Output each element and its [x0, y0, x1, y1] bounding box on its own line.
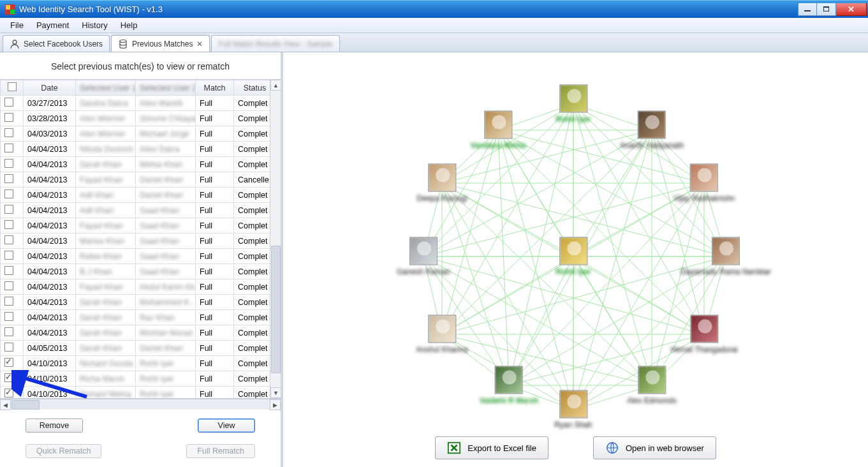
minimize-button[interactable] — [798, 3, 817, 16]
table-row[interactable]: 04/04/2013Rafee KhanSaad KhanFullComplet — [1, 249, 270, 264]
row-checkbox[interactable] — [4, 389, 13, 397]
col-status[interactable]: Status — [234, 80, 270, 96]
graph-node[interactable]: Vijay Radhakrishn — [673, 164, 735, 203]
row-checkbox[interactable] — [4, 297, 13, 306]
table-row[interactable]: 03/27/2013Sandra DalcaAlexi MarelliFullC… — [1, 96, 270, 111]
view-button[interactable]: View — [198, 419, 255, 433]
table-row[interactable]: 04/04/2013Fayad KhanSaad KhanFullComplet — [1, 218, 270, 234]
cell-user2: Saad Khan — [136, 264, 196, 279]
col-user2[interactable]: Selected User 2 — [136, 80, 196, 96]
table-row[interactable]: 04/04/2013Fayad KhanAbdul Karim Ab.FullC… — [1, 279, 270, 295]
row-checkbox[interactable] — [4, 281, 13, 290]
row-checkbox[interactable] — [4, 327, 13, 336]
table-row[interactable]: 04/04/2013Sarah KhanMohammed K..FullComp… — [1, 295, 270, 310]
scroll-right-icon[interactable]: ▶ — [270, 399, 281, 410]
table-row[interactable]: 03/28/2013Alex WiernerSimone ChitayatFul… — [1, 111, 270, 126]
graph-node[interactable]: Anshul Khanna — [416, 315, 467, 354]
graph-node[interactable]: Deepa Rastogi — [416, 164, 467, 203]
col-match[interactable]: Match — [196, 80, 234, 96]
table-row[interactable]: 04/10/2013Richa MarshRohit IyerFullCompl… — [1, 371, 270, 387]
open-browser-button[interactable]: Open in web browser — [593, 436, 716, 459]
cell-user1: Sarah Khan — [76, 341, 136, 356]
table-row[interactable]: 04/04/2013Nikola DostrichAlexi DalcaFull… — [1, 142, 270, 157]
tab-select-facebook-users[interactable]: Select Facebook Users — [3, 35, 110, 52]
graph-node[interactable]: Hemal Thangadurai — [670, 315, 737, 354]
cell-status: Complet — [234, 126, 270, 142]
graph-node[interactable]: Dayamadu Rama Nambiar — [680, 237, 771, 276]
maximize-button[interactable] — [817, 3, 836, 16]
row-checkbox[interactable] — [4, 144, 13, 152]
cell-user2: Rohit Iyer — [136, 387, 196, 399]
graph-node[interactable]: Ryan Shah — [554, 390, 592, 429]
row-checkbox[interactable] — [4, 98, 13, 107]
graph-node[interactable]: Rohit Iyer — [555, 85, 591, 124]
graph-node[interactable]: Alex Edmonds — [627, 366, 676, 405]
row-checkbox[interactable] — [4, 174, 13, 183]
cell-user1: Fayad Khan — [76, 218, 136, 234]
row-checkbox[interactable] — [4, 358, 13, 367]
vscroll-thumb[interactable] — [271, 246, 281, 373]
row-checkbox[interactable] — [4, 189, 13, 198]
tab-full-match-results[interactable]: Full Match Results View - Sample — [211, 35, 339, 52]
tab-previous-matches[interactable]: Previous Matches ✕ — [111, 35, 210, 52]
table-row[interactable]: 04/10/2013Nishant GoudaRohit IyerFullCom… — [1, 356, 270, 371]
export-excel-button[interactable]: Export to Excel file — [435, 436, 548, 459]
avatar — [409, 237, 438, 265]
matches-table-scroll[interactable]: Date Selected User 1 Selected User 2 Mat… — [0, 80, 270, 398]
cell-match: Full — [196, 157, 234, 172]
title-bar: Web Identity Search Tool (WIST) - v1.3 ✕ — [0, 0, 868, 18]
scroll-down-icon[interactable]: ▼ — [270, 387, 281, 398]
close-button[interactable]: ✕ — [836, 3, 867, 16]
graph-node[interactable]: Ananth Vaidyanath — [620, 111, 684, 150]
menu-help[interactable]: Help — [114, 19, 144, 32]
table-row[interactable]: 04/04/2013B.J KhanSaad KhanFullComplet — [1, 264, 270, 279]
remove-button[interactable]: Remove — [26, 419, 83, 433]
vertical-scrollbar[interactable]: ▲ ▼ — [270, 80, 281, 398]
row-checkbox[interactable] — [4, 373, 13, 382]
row-checkbox[interactable] — [4, 159, 13, 168]
col-date[interactable]: Date — [24, 80, 76, 96]
tab-close-icon[interactable]: ✕ — [196, 40, 203, 48]
table-row[interactable]: 04/04/2013Sarah KhanRaz KhanFullComplet — [1, 310, 270, 325]
header-checkbox[interactable] — [8, 82, 17, 91]
row-checkbox[interactable] — [4, 266, 13, 275]
graph-node[interactable]: Vandana Mehta — [470, 111, 526, 150]
cell-user1: Richa Marsh — [76, 371, 136, 387]
menu-history[interactable]: History — [75, 19, 114, 32]
row-checkbox[interactable] — [4, 251, 13, 260]
row-checkbox[interactable] — [4, 312, 13, 321]
avatar — [690, 315, 718, 343]
table-row[interactable]: 04/04/2013Adil KhanSaad KhanFullComplet — [1, 203, 270, 218]
row-checkbox[interactable] — [4, 113, 13, 122]
row-checkbox[interactable] — [4, 235, 13, 244]
table-row[interactable]: 04/04/2013Adil KhanDaniel KhanFullComple… — [1, 188, 270, 203]
hscroll-thumb[interactable] — [11, 400, 40, 410]
col-check[interactable] — [1, 80, 24, 96]
graph-node[interactable]: Rohit Iyer — [555, 237, 591, 276]
table-row[interactable]: 04/04/2013Marwa KhanSaad KhanFullComplet — [1, 234, 270, 249]
menu-file[interactable]: File — [4, 19, 30, 32]
table-row[interactable]: 04/04/2013Sarah KhanMehta KhanFullComple… — [1, 157, 270, 172]
cell-status: Complet — [234, 218, 270, 234]
row-checkbox[interactable] — [4, 343, 13, 352]
scroll-left-icon[interactable]: ◀ — [0, 399, 11, 410]
row-checkbox[interactable] — [4, 128, 13, 137]
col-user1[interactable]: Selected User 1 — [76, 80, 136, 96]
cell-match: Full — [196, 111, 234, 126]
scroll-up-icon[interactable]: ▲ — [270, 80, 281, 91]
table-row[interactable]: 04/05/2013Sarah KhanDaniel KhanFullCompl… — [1, 341, 270, 356]
table-row[interactable]: 04/10/2013Nishant MehtaRohit IyerFullCom… — [1, 387, 270, 399]
row-checkbox[interactable] — [4, 205, 13, 214]
cell-match: Full — [196, 203, 234, 218]
graph-node[interactable]: Vaidehi R Marsh — [480, 366, 539, 405]
graph-node[interactable]: Ganesh Raman — [397, 237, 450, 276]
cell-match: Full — [196, 279, 234, 295]
menu-payment[interactable]: Payment — [30, 19, 75, 32]
graph-node-label: Ryan Shah — [554, 420, 592, 429]
table-row[interactable]: 04/03/2013Alex WiernerMichael JorgeFullC… — [1, 126, 270, 142]
table-row[interactable]: 04/04/2013Sarah KhanMishtan MoradFullCom… — [1, 325, 270, 341]
horizontal-scrollbar[interactable]: ◀ ▶ — [0, 399, 281, 410]
table-row[interactable]: 04/04/2013Fayad KhanDaniel KhanFullCance… — [1, 172, 270, 188]
cell-match: Full — [196, 249, 234, 264]
row-checkbox[interactable] — [4, 220, 13, 229]
